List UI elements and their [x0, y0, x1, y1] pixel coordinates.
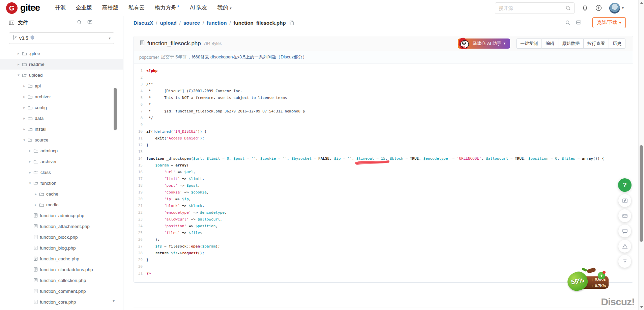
feedback-edit-icon[interactable] — [618, 194, 631, 207]
breadcrumb-link-upload[interactable]: upload — [160, 20, 177, 26]
action-button-按行查看[interactable]: 按行查看 — [584, 38, 609, 49]
comment-box-icon[interactable] — [576, 20, 581, 25]
breadcrumb-link-function[interactable]: function — [207, 20, 227, 26]
line-number[interactable]: 2 — [134, 74, 143, 81]
line-number[interactable]: 17 — [134, 176, 143, 182]
tree-folder-install[interactable]: ▸install — [0, 124, 123, 134]
branch-selector[interactable]: v3.5 ▾ — [9, 32, 114, 44]
file-search-icon[interactable] — [565, 20, 570, 25]
scrollbar-down-arrow[interactable] — [640, 306, 643, 308]
line-number[interactable]: 11 — [134, 135, 143, 142]
search-input[interactable] — [499, 5, 565, 11]
notifications-bell-icon[interactable] — [582, 5, 588, 11]
line-number[interactable]: 23 — [134, 216, 143, 223]
line-number[interactable]: 30 — [134, 263, 143, 270]
global-search[interactable] — [495, 2, 575, 14]
battery-leaf-badge[interactable]: 55% — [566, 270, 589, 292]
scrollbar-thumb[interactable] — [640, 145, 643, 242]
create-new-plus-icon[interactable] — [595, 5, 602, 11]
line-number[interactable]: 1 — [134, 68, 143, 74]
line-number[interactable]: 18 — [134, 182, 143, 189]
line-number[interactable]: 31 — [134, 270, 143, 277]
line-number[interactable]: 12 — [134, 142, 143, 149]
collapse-panel-icon[interactable] — [9, 20, 14, 25]
back-to-top-icon[interactable] — [618, 255, 631, 268]
line-number[interactable]: 15 — [134, 162, 143, 169]
nav-item-私有云[interactable]: 私有云 — [123, 4, 150, 11]
commit-author[interactable]: popcorner — [139, 55, 159, 60]
line-number[interactable]: 26 — [134, 236, 143, 243]
breadcrumb-link-source[interactable]: source — [183, 20, 200, 26]
tree-file-function_cache.php[interactable]: function_cache.php — [0, 253, 123, 264]
tree-folder-function[interactable]: ▾function — [0, 178, 123, 188]
line-number[interactable]: 7 — [134, 108, 143, 115]
tree-folder-readme[interactable]: ▸readme — [0, 59, 123, 70]
line-number[interactable]: 29 — [134, 257, 143, 263]
action-button-编辑[interactable]: 编辑 — [542, 38, 558, 49]
gitee-logo[interactable]: G gitee — [6, 2, 40, 14]
user-menu[interactable]: ▾ — [609, 3, 624, 14]
line-number[interactable]: 10 — [134, 128, 143, 135]
tree-folder-archiver[interactable]: ▸archiver — [0, 91, 123, 102]
line-number[interactable]: 3 — [134, 81, 143, 88]
action-button-历史[interactable]: 历史 — [609, 38, 625, 49]
line-number[interactable]: 27 — [134, 243, 143, 250]
question-icon[interactable]: ? — [618, 178, 632, 192]
nav-item-开源[interactable]: 开源 — [50, 4, 71, 11]
line-number[interactable]: 9 — [134, 122, 143, 128]
tree-folder-api[interactable]: ▸api — [0, 80, 123, 91]
chat-icon[interactable] — [618, 225, 631, 237]
line-number[interactable]: 22 — [134, 209, 143, 216]
tree-folder-source[interactable]: ▾source — [0, 134, 123, 145]
line-number[interactable]: 14 — [134, 155, 143, 162]
tree-folder-media[interactable]: ▸media — [0, 199, 123, 210]
line-number[interactable]: 19 — [134, 189, 143, 196]
commit-message-link[interactable]: !668修复 dfsockopen在x3.5上的一系列问题（Discuz部分） — [192, 54, 307, 60]
line-number[interactable]: 28 — [134, 250, 143, 257]
tree-folder-admincp[interactable]: ▸admincp — [0, 145, 123, 156]
line-number[interactable]: 24 — [134, 223, 143, 230]
nav-item-高校版[interactable]: 高校版 — [97, 4, 123, 11]
tree-file-function_comment.php[interactable]: function_comment.php — [0, 286, 123, 296]
clone-download-button[interactable]: 克隆/下载 ▾ — [592, 17, 626, 28]
line-number[interactable]: 5 — [134, 95, 143, 101]
download-speed-widget[interactable]: ↑0.6K/s ↓0.7K/s 55% + — [567, 271, 615, 292]
line-number[interactable]: 20 — [134, 196, 143, 203]
line-number[interactable]: 13 — [134, 149, 143, 155]
report-warning-icon[interactable] — [618, 240, 631, 253]
tree-folder-upload[interactable]: ▾upload — [0, 70, 123, 80]
sidebar-scrollbar-thumb[interactable] — [114, 88, 117, 130]
tree-folder-cache[interactable]: ▸cache — [0, 188, 123, 199]
line-number[interactable]: 25 — [134, 230, 143, 236]
tree-file-function_admincp.php[interactable]: function_admincp.php — [0, 210, 123, 221]
tree-search-icon[interactable] — [77, 20, 82, 26]
copy-path-icon[interactable] — [289, 20, 294, 25]
line-number[interactable]: 21 — [134, 203, 143, 209]
nav-item-企业版[interactable]: 企业版 — [71, 4, 97, 11]
breadcrumb-link-DiscuzX[interactable]: DiscuzX — [134, 20, 153, 26]
tree-folder-config[interactable]: ▸config — [0, 102, 123, 113]
page-scrollbar[interactable] — [638, 0, 644, 310]
tree-folder-archiver[interactable]: ▸archiver — [0, 156, 123, 167]
search-icon[interactable] — [565, 5, 571, 11]
tree-folder-.gitee[interactable]: ▸.gitee — [0, 48, 123, 59]
tree-file-function_attachment.php[interactable]: function_attachment.php — [0, 221, 123, 232]
line-number[interactable]: 6 — [134, 101, 143, 108]
tree-file-function_block.php[interactable]: function_block.php — [0, 232, 123, 242]
tree-scroll-down-icon[interactable]: ▾ — [113, 299, 115, 303]
line-number[interactable]: 16 — [134, 169, 143, 176]
tree-annotation-icon[interactable] — [87, 20, 92, 26]
ai-assistant-button[interactable]: 马建仓 AI 助手 ▾ — [458, 38, 510, 49]
nav-item-模力方舟[interactable]: 模力方舟✦ — [150, 4, 185, 11]
tree-file-function_collection.php[interactable]: function_collection.php — [0, 275, 123, 286]
action-button-原始数据[interactable]: 原始数据 — [558, 38, 584, 49]
tree-folder-class[interactable]: ▸class — [0, 167, 123, 178]
avatar[interactable] — [609, 3, 620, 14]
line-number[interactable]: 8 — [134, 115, 143, 122]
action-button-一键复制[interactable]: 一键复制 — [516, 38, 542, 49]
tree-file-function_core.php[interactable]: function_core.php — [0, 296, 123, 307]
tree-folder-data[interactable]: ▸data — [0, 113, 123, 124]
nav-item-我的[interactable]: 我的 ▾ — [212, 4, 237, 11]
scrollbar-up-arrow[interactable] — [640, 2, 643, 4]
nav-item-AI 队友[interactable]: AI 队友 — [185, 4, 212, 11]
